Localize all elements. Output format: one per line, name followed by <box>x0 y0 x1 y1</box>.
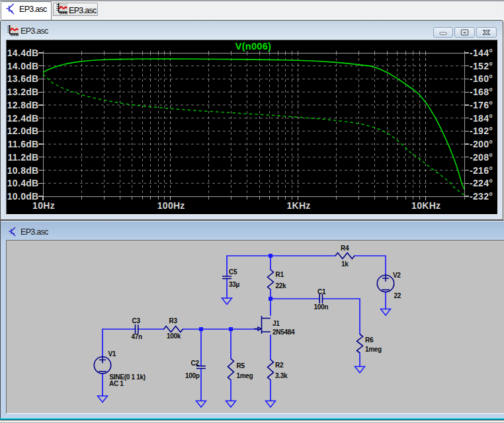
svg-text:V2: V2 <box>393 272 401 279</box>
svg-text:C5: C5 <box>229 268 237 276</box>
svg-text:R3: R3 <box>169 317 178 325</box>
svg-text:10.8dB: 10.8dB <box>7 165 39 176</box>
svg-text:12.8dB: 12.8dB <box>7 100 39 110</box>
svg-text:-184°: -184° <box>470 113 493 124</box>
svg-text:10KHz: 10KHz <box>411 200 441 211</box>
svg-text:10.4dB: 10.4dB <box>7 178 39 188</box>
svg-text:13.2dB: 13.2dB <box>7 87 39 97</box>
svg-text:AC 1: AC 1 <box>109 380 124 387</box>
svg-text:1KHz: 1KHz <box>286 200 310 211</box>
svg-text:-232°: -232° <box>470 191 493 202</box>
svg-text:R1: R1 <box>276 271 284 278</box>
svg-text:3.3k: 3.3k <box>275 372 288 379</box>
svg-text:14.0dB: 14.0dB <box>7 61 39 71</box>
svg-text:C3: C3 <box>132 317 141 325</box>
svg-text:V(n006): V(n006) <box>235 41 271 52</box>
svg-text:-200°: -200° <box>470 139 493 149</box>
svg-text:22k: 22k <box>276 282 287 289</box>
svg-text:14.4dB: 14.4dB <box>7 48 39 58</box>
svg-text:-208°: -208° <box>470 152 493 163</box>
svg-text:100p: 100p <box>185 372 200 379</box>
svg-text:-224°: -224° <box>470 178 493 188</box>
svg-text:11.2dB: 11.2dB <box>8 152 39 163</box>
svg-text:-144°: -144° <box>470 48 493 58</box>
svg-text:C2: C2 <box>191 360 200 367</box>
svg-text:-192°: -192° <box>470 126 493 136</box>
svg-text:-216°: -216° <box>470 165 493 176</box>
svg-text:-152°: -152° <box>470 61 493 71</box>
svg-text:R2: R2 <box>275 362 284 369</box>
svg-text:R4: R4 <box>341 245 349 252</box>
svg-text:1meg: 1meg <box>365 346 382 353</box>
svg-text:2N5484: 2N5484 <box>273 328 295 336</box>
svg-text:-168°: -168° <box>470 87 493 97</box>
svg-text:12.4dB: 12.4dB <box>7 113 39 124</box>
svg-text:100k: 100k <box>167 332 181 340</box>
svg-text:R5: R5 <box>237 362 245 369</box>
svg-text:-160°: -160° <box>470 73 493 84</box>
svg-text:22: 22 <box>394 292 401 299</box>
svg-text:C1: C1 <box>317 288 326 295</box>
svg-text:R6: R6 <box>365 336 374 344</box>
svg-text:33µ: 33µ <box>229 281 240 288</box>
svg-text:12.0dB: 12.0dB <box>7 126 39 136</box>
svg-text:J1: J1 <box>273 320 280 327</box>
svg-text:13.6dB: 13.6dB <box>7 73 39 84</box>
svg-text:100n: 100n <box>314 303 329 311</box>
svg-text:100Hz: 100Hz <box>157 200 185 211</box>
svg-text:1k: 1k <box>341 260 349 268</box>
svg-text:1meg: 1meg <box>237 372 253 379</box>
svg-text:10Hz: 10Hz <box>32 200 55 211</box>
svg-text:V1: V1 <box>108 350 116 358</box>
svg-text:47n: 47n <box>132 333 143 340</box>
svg-text:11.6dB: 11.6dB <box>8 139 39 149</box>
svg-text:-176°: -176° <box>470 100 493 110</box>
